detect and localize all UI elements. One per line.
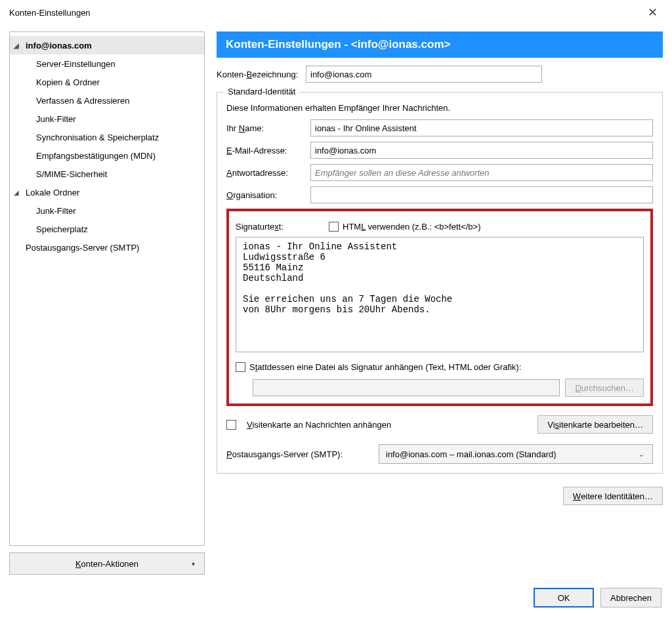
- html-checkbox-label: HTML verwenden (z.B.: <b>fett</b>): [343, 222, 481, 232]
- signature-file-label: Stattdessen eine Datei als Signatur anhä…: [249, 362, 521, 372]
- ok-button[interactable]: OK: [534, 588, 594, 608]
- tree-item-sync[interactable]: Synchronisation & Speicherplatz: [10, 128, 204, 146]
- tree-item-local-disk[interactable]: Speicherplatz: [10, 220, 204, 238]
- name-label: Ihr Name:: [226, 123, 310, 133]
- identity-legend: Standard-Identität: [224, 87, 299, 96]
- org-label: Organisation:: [226, 190, 310, 200]
- window-title: Konten-Einstellungen: [9, 8, 641, 18]
- account-name-input[interactable]: [306, 66, 542, 83]
- tree-item-label: info@ionas.com: [26, 41, 92, 51]
- vcard-checkbox[interactable]: [226, 420, 236, 430]
- signature-file-path-input: [253, 379, 560, 396]
- smtp-value: info@ionas.com – mail.ionas.com (Standar…: [386, 449, 556, 459]
- signature-highlight: Signaturtext: HTML verwenden (z.B.: <b>f…: [226, 209, 653, 406]
- chevron-down-icon: ⌄: [639, 450, 644, 459]
- email-label: E-Mail-Adresse:: [226, 146, 310, 155]
- cancel-button[interactable]: Abbrechen: [600, 588, 662, 608]
- dialog-footer: OK Abbrechen: [0, 575, 672, 618]
- signature-label: Signaturtext:: [236, 222, 320, 232]
- vcard-edit-button[interactable]: Visitenkarte bearbeiten…: [537, 415, 653, 434]
- tree-item-smime[interactable]: S/MIME-Sicherheit: [10, 165, 204, 183]
- html-checkbox[interactable]: [329, 222, 339, 232]
- tree-item-smtp[interactable]: Postausgangs-Server (SMTP): [10, 238, 204, 257]
- browse-button: Durchsuchen…: [565, 379, 644, 397]
- tree-item-label: Lokale Ordner: [26, 188, 79, 197]
- chevron-down-icon: ▾: [192, 560, 195, 567]
- tree-item-copies[interactable]: Kopien & Ordner: [10, 73, 204, 91]
- tree-item-account[interactable]: ◢ info@ionas.com: [10, 36, 204, 54]
- smtp-label: Postausgangs-Server (SMTP):: [226, 449, 369, 459]
- chevron-down-icon: ◢: [14, 42, 22, 49]
- tree-item-server[interactable]: Server-Einstellungen: [10, 54, 204, 73]
- more-identities-button[interactable]: Weitere Identitäten…: [563, 487, 663, 505]
- tree-item-local-junk[interactable]: Junk-Filter: [10, 201, 204, 220]
- signature-textarea[interactable]: [236, 237, 644, 352]
- account-actions-label: onten-Aktionen: [81, 559, 138, 569]
- smtp-select[interactable]: info@ionas.com – mail.ionas.com (Standar…: [379, 444, 653, 464]
- tree-item-label: Postausgangs-Server (SMTP): [26, 243, 139, 253]
- tree-item-compose[interactable]: Verfassen & Adressieren: [10, 91, 204, 110]
- account-tree[interactable]: ◢ info@ionas.com Server-Einstellungen Ko…: [9, 31, 205, 546]
- tree-item-junk[interactable]: Junk-Filter: [10, 110, 204, 128]
- tree-item-local-folders[interactable]: ◢ Lokale Ordner: [10, 183, 204, 201]
- close-icon[interactable]: ✕: [641, 3, 664, 22]
- panel-banner: Konten-Einstellungen - <info@ionas.com>: [217, 31, 663, 58]
- titlebar: Konten-Einstellungen ✕: [0, 0, 672, 25]
- replyto-label: Antwortadresse:: [226, 168, 310, 178]
- vcard-label: Visitenkarte an Nachrichten anhängen: [247, 420, 391, 430]
- email-input[interactable]: [310, 142, 653, 159]
- identity-fieldset: Standard-Identität Diese Informationen e…: [217, 92, 663, 474]
- account-actions-button[interactable]: Konten-Aktionen ▾: [9, 552, 205, 575]
- replyto-input[interactable]: [310, 164, 653, 181]
- account-name-label: Konten-Bezeichnung:: [217, 70, 299, 79]
- signature-file-checkbox[interactable]: [236, 362, 245, 372]
- identity-help: Diese Informationen erhalten Empfänger I…: [226, 103, 653, 113]
- org-input[interactable]: [310, 186, 653, 203]
- chevron-down-icon: ◢: [14, 189, 22, 196]
- name-input[interactable]: [310, 119, 653, 136]
- tree-item-mdn[interactable]: Empfangsbestätigungen (MDN): [10, 146, 204, 165]
